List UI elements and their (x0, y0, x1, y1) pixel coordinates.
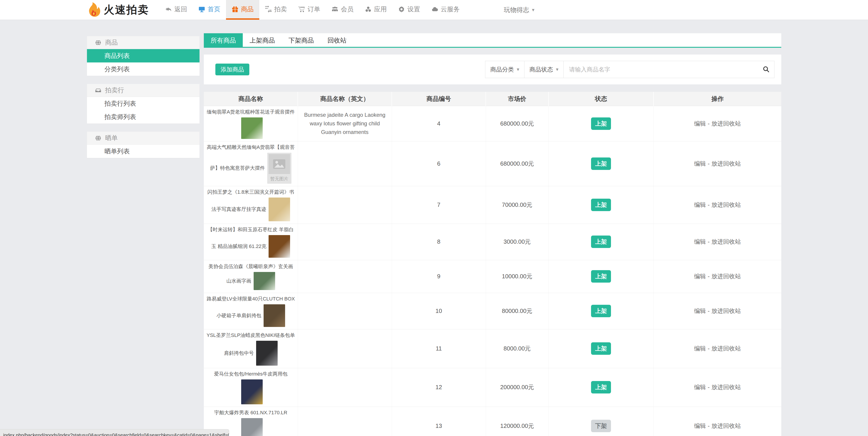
action-separator: - (706, 160, 712, 167)
edit-link[interactable]: 编辑 (694, 120, 706, 127)
cell-market-price: 10000.00元 (486, 260, 549, 293)
table-row: 路易威登LV全球限量40只CLUTCH BOX 小硬箱子单肩斜挎包 10 800… (204, 293, 781, 329)
edit-link[interactable]: 编辑 (694, 307, 706, 314)
cell-market-price: 200000.00元 (486, 368, 549, 407)
status-badge: 上架 (591, 199, 611, 211)
cell-product-id: 8 (392, 224, 486, 260)
nav-item-auction[interactable]: 拍卖 (259, 0, 292, 20)
sidebar-item-goods-list[interactable]: 商品列表 (87, 49, 199, 62)
cell-product-id: 9 (392, 260, 486, 293)
recycle-link[interactable]: 放进回收站 (712, 273, 741, 280)
cell-actions: 编辑-放进回收站 (654, 293, 781, 329)
app-logo[interactable]: 火速拍卖 (87, 0, 149, 20)
col-name: 商品名称 (204, 92, 298, 106)
status-filter-dropdown[interactable]: 商品状态 ▾ (524, 61, 564, 78)
recycle-link[interactable]: 放进回收站 (712, 201, 741, 208)
cell-status: 上架 (549, 293, 654, 329)
sidebar-item-category-list[interactable]: 分类列表 (87, 62, 199, 76)
cell-product-id: 11 (392, 329, 486, 368)
product-name: 宇舶大爆炸男表 601.NX.7170.LR (214, 410, 287, 415)
edit-link[interactable]: 编辑 (694, 201, 706, 208)
search-filter-group: 商品分类 ▾ 商品状态 ▾ (485, 61, 774, 78)
inbox-icon (95, 87, 101, 94)
sidebar-group-auction-house: 拍卖行 拍卖行列表 拍卖师列表 (87, 84, 199, 124)
cell-product-name: 路易威登LV全球限量40只CLUTCH BOX 小硬箱子单肩斜挎包 (204, 293, 298, 329)
nav-item-members[interactable]: 会员 (326, 0, 359, 20)
edit-link[interactable]: 编辑 (694, 345, 706, 352)
edit-link[interactable]: 编辑 (694, 273, 706, 280)
sidebar-group-goods-header: 商品 (87, 36, 199, 49)
globe-icon (95, 135, 101, 141)
cell-product-name: YSL圣罗兰SLP油蜡皮黑色NIKI链条包单肩斜挎包中号 (204, 329, 298, 368)
sidebar-item-review-list[interactable]: 晒单列表 (87, 144, 199, 158)
cell-market-price: 70000.00元 (486, 186, 549, 224)
cell-market-price: 3000.00元 (486, 224, 549, 260)
cell-status: 上架 (549, 329, 654, 368)
cell-product-name: 闪拍王梦之《1.8米三国演义开篇词》书法手写真迹客厅挂字真迹 (204, 186, 298, 224)
edit-link[interactable]: 编辑 (694, 423, 706, 429)
goods-table-panel: 商品名称 商品名称（英文） 商品编号 市场价 状态 操作 缅甸翡翠A货老坑糯种莲… (204, 92, 781, 436)
recycle-link[interactable]: 放进回收站 (712, 238, 741, 245)
sidebar-item-auctioneer-list[interactable]: 拍卖师列表 (87, 110, 199, 124)
recycle-link[interactable]: 放进回收站 (712, 307, 741, 314)
action-separator: - (706, 384, 712, 391)
nav-item-apps[interactable]: 应用 (359, 0, 393, 20)
nav-item-back[interactable]: 返回 (159, 0, 193, 20)
tab-recycle-bin[interactable]: 回收站 (321, 33, 353, 47)
tab-all-goods[interactable]: 所有商品 (204, 33, 243, 47)
nav-item-settings[interactable]: 设置 (393, 0, 426, 20)
nav-item-goods[interactable]: 商品 (226, 0, 259, 20)
reply-back-icon (165, 6, 172, 13)
col-status: 状态 (549, 92, 654, 106)
cell-market-price: 120000.00元 (486, 407, 549, 436)
cell-market-price: 680000.00元 (486, 106, 549, 141)
search-button[interactable] (758, 61, 774, 78)
chevron-down-icon: ▾ (517, 67, 519, 72)
edit-link[interactable]: 编辑 (694, 160, 706, 167)
sidebar: 商品 商品列表 分类列表 拍卖行 拍卖行列表 拍卖师列表 晒单 晒单列表 (87, 36, 199, 166)
goods-tabbar: 所有商品 上架商品 下架商品 回收站 (204, 33, 781, 48)
recycle-link[interactable]: 放进回收站 (712, 160, 741, 167)
category-filter-dropdown[interactable]: 商品分类 ▾ (485, 61, 524, 78)
product-table-body: 缅甸翡翠A货老坑糯种莲花送子观音摆件 Burmese jadeite A car… (204, 106, 781, 436)
product-image (264, 304, 285, 327)
cell-product-name: 爱马仕女包包/Hermès牛皮两用包 (204, 368, 298, 407)
action-separator: - (706, 201, 712, 208)
recycle-link[interactable]: 放进回收站 (712, 345, 741, 352)
recycle-link[interactable]: 放进回收站 (712, 423, 741, 429)
recycle-link[interactable]: 放进回收站 (712, 384, 741, 391)
cell-product-id: 7 (392, 186, 486, 224)
nav-item-orders[interactable]: 订单 (292, 0, 326, 20)
product-image (269, 235, 290, 258)
users-icon (332, 6, 338, 13)
cell-actions: 编辑-放进回收站 (654, 260, 781, 293)
cell-status: 上架 (549, 141, 654, 186)
cell-product-name: 高端大气精雕天然缅甸A货翡翠【观音菩萨】特色寓意菩萨大摆件暂无图片 (204, 141, 298, 186)
recycle-link[interactable]: 放进回收站 (712, 120, 741, 127)
action-separator: - (706, 120, 712, 127)
nav-item-home[interactable]: 首页 (193, 0, 226, 20)
nav-item-cloud[interactable]: 云服务 (426, 0, 465, 20)
cell-product-id: 4 (392, 106, 486, 141)
cloud-icon (431, 6, 438, 13)
product-image (254, 272, 275, 290)
tab-off-shelf[interactable]: 下架商品 (282, 33, 321, 47)
edit-link[interactable]: 编辑 (694, 238, 706, 245)
add-goods-button[interactable]: 添加商品 (215, 64, 249, 75)
table-row: 【时来运转】和田玉原石枣红皮 羊脂白玉 精品油腻细润 61.22克 8 3000… (204, 224, 781, 260)
product-name: 爱马仕女包包/Hermès牛皮两用包 (214, 371, 288, 377)
search-input[interactable] (564, 61, 758, 78)
cell-actions: 编辑-放进回收站 (654, 407, 781, 436)
status-badge: 上架 (591, 236, 611, 248)
chevron-down-icon: ▾ (556, 67, 558, 72)
tab-on-shelf[interactable]: 上架商品 (243, 33, 282, 47)
status-badge: 上架 (591, 270, 611, 282)
edit-link[interactable]: 编辑 (694, 384, 706, 391)
sidebar-item-auction-house-list[interactable]: 拍卖行列表 (87, 97, 199, 110)
user-dropdown[interactable]: 玩物得志 ▾ (504, 0, 534, 20)
status-badge: 上架 (591, 342, 611, 355)
cell-status: 上架 (549, 186, 654, 224)
main-nav: 返回 首页 商品 (159, 0, 465, 20)
sidebar-group-reviews-header: 晒单 (87, 132, 199, 144)
cell-status: 上架 (549, 260, 654, 293)
